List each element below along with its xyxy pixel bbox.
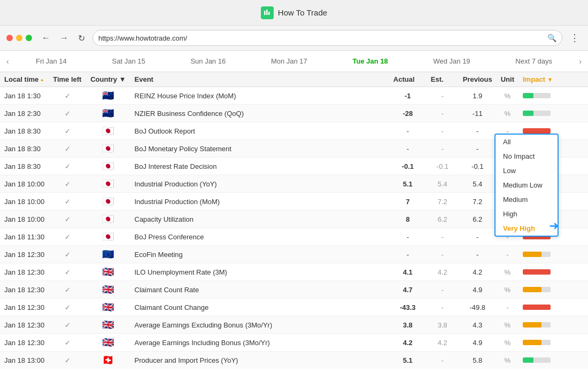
svg-rect-1 <box>266 10 268 15</box>
td-est: - <box>427 87 459 105</box>
dropdown-medium-low[interactable]: Medium Low <box>496 178 558 192</box>
dropdown-all[interactable]: All <box>496 135 558 149</box>
next-date-button[interactable]: › <box>575 51 586 72</box>
dropdown-high[interactable]: High <box>496 207 558 221</box>
impact-bar-fill <box>523 340 541 345</box>
impact-bar-background <box>523 93 551 98</box>
td-country: 🇯🇵 <box>86 193 130 210</box>
td-est: - <box>427 122 459 140</box>
impact-bar-background <box>523 252 551 257</box>
td-unit: % <box>497 352 519 369</box>
td-est: - <box>427 228 459 246</box>
more-button[interactable]: ⋮ <box>568 31 582 45</box>
filter-icon[interactable]: ▼ <box>547 76 553 83</box>
td-time-left: ✓ <box>49 299 86 316</box>
table-header-row: Local time ● Time left Country ▼ Event A… <box>0 72 588 87</box>
th-impact[interactable]: Impact ▼ <box>519 72 588 87</box>
td-event: BoJ Press Conference <box>130 228 389 246</box>
date-navigation: ‹ Fri Jan 14 Sat Jan 15 Sun Jan 16 Mon J… <box>0 51 588 72</box>
impact-bar-background <box>523 111 551 116</box>
td-time: Jan 18 8:30 <box>0 158 49 175</box>
td-impact <box>519 299 588 316</box>
date-tue-jan-18[interactable]: Tue Jan 18 <box>349 55 392 67</box>
th-actual: Actual <box>389 72 427 87</box>
browser-content: ‹ Fri Jan 14 Sat Jan 15 Sun Jan 16 Mon J… <box>0 51 588 390</box>
table-row: Jan 18 13:00 ✓ 🇨🇭 Producer and Import Pr… <box>0 352 588 369</box>
impact-bar-fill <box>523 322 541 327</box>
date-wed-jan-19[interactable]: Wed Jan 19 <box>429 55 474 67</box>
td-actual: 4.2 <box>389 334 427 352</box>
dropdown-very-high[interactable]: Very High <box>496 221 558 236</box>
svg-rect-0 <box>264 11 266 15</box>
td-actual: 4.7 <box>389 281 427 299</box>
fullscreen-button[interactable] <box>26 35 32 41</box>
td-country: 🇨🇭 <box>86 352 130 369</box>
impact-bar-background <box>523 305 551 310</box>
td-previous: 4.9 <box>459 334 497 352</box>
td-est: 4.2 <box>427 334 459 352</box>
td-previous: 7.2 <box>459 193 497 210</box>
date-sun-jan-16[interactable]: Sun Jan 16 <box>186 55 230 67</box>
td-est: - <box>427 105 459 122</box>
td-country: 🇯🇵 <box>86 175 130 193</box>
table-row: Jan 18 12:30 ✓ 🇬🇧 Average Earnings Exclu… <box>0 316 588 334</box>
td-est: -0.1 <box>427 158 459 175</box>
td-country: 🇳🇿 <box>86 87 130 105</box>
td-time: Jan 18 8:30 <box>0 122 49 140</box>
td-actual: 5.1 <box>389 352 427 369</box>
td-time-left: ✓ <box>49 352 86 369</box>
td-actual: 8 <box>389 210 427 228</box>
date-next-7-days[interactable]: Next 7 days <box>511 55 556 67</box>
td-impact <box>519 334 588 352</box>
dropdown-arrow: ➜ <box>549 219 559 233</box>
th-country[interactable]: Country ▼ <box>86 72 130 87</box>
td-event: ILO Unemployment Rate (3M) <box>130 263 389 281</box>
forward-button[interactable]: → <box>58 32 71 44</box>
dropdown-low[interactable]: Low <box>496 163 558 178</box>
close-button[interactable] <box>6 35 13 41</box>
td-time: Jan 18 12:30 <box>0 281 49 299</box>
url-bar[interactable]: https://www.howtotrade.com/ 🔍 <box>92 30 562 46</box>
impact-bar-fill <box>523 252 541 257</box>
td-event: Industrial Production (YoY) <box>130 175 389 193</box>
td-previous: - <box>459 246 497 263</box>
td-time: Jan 18 10:00 <box>0 193 49 210</box>
td-time: Jan 18 12:30 <box>0 299 49 316</box>
td-previous: - <box>459 228 497 246</box>
td-impact <box>519 263 588 281</box>
td-country: 🇪🇺 <box>86 246 130 263</box>
dropdown-medium[interactable]: Medium <box>496 192 558 207</box>
td-time-left: ✓ <box>49 193 86 210</box>
date-sat-jan-15[interactable]: Sat Jan 15 <box>108 55 150 67</box>
td-actual: -0.1 <box>389 158 427 175</box>
table-row: Jan 18 12:30 ✓ 🇪🇺 EcoFin Meeting - - - - <box>0 246 588 263</box>
table-row: Jan 18 1:30 ✓ 🇳🇿 REINZ House Price Index… <box>0 87 588 105</box>
td-event: BoJ Monetary Policy Statement <box>130 140 389 158</box>
td-country: 🇯🇵 <box>86 228 130 246</box>
minimize-button[interactable] <box>16 35 22 41</box>
td-time: Jan 18 13:00 <box>0 352 49 369</box>
th-unit: Unit <box>497 72 519 87</box>
dropdown-no-impact[interactable]: No Impact <box>496 149 558 163</box>
td-event: Capacity Utilization <box>130 210 389 228</box>
td-country: 🇳🇿 <box>86 105 130 122</box>
table-row: Jan 18 12:30 ✓ 🇬🇧 Claimant Count Change … <box>0 299 588 316</box>
date-fri-jan-14[interactable]: Fri Jan 14 <box>32 55 71 67</box>
td-est: 7.2 <box>427 193 459 210</box>
prev-date-button[interactable]: ‹ <box>2 51 13 72</box>
back-button[interactable]: ← <box>40 32 52 44</box>
td-time-left: ✓ <box>49 210 86 228</box>
td-actual: -43.3 <box>389 299 427 316</box>
td-previous: 4.9 <box>459 281 497 299</box>
td-time: Jan 18 11:30 <box>0 228 49 246</box>
date-mon-jan-17[interactable]: Mon Jan 17 <box>267 55 312 67</box>
search-icon: 🔍 <box>547 34 556 42</box>
td-event: REINZ House Price Index (MoM) <box>130 87 389 105</box>
td-previous: 4.3 <box>459 316 497 334</box>
impact-bar-background <box>523 128 551 134</box>
td-est: 5.4 <box>427 175 459 193</box>
td-actual: - <box>389 246 427 263</box>
td-previous: 1.9 <box>459 87 497 105</box>
td-impact <box>519 246 588 263</box>
refresh-button[interactable]: ↻ <box>76 32 87 44</box>
